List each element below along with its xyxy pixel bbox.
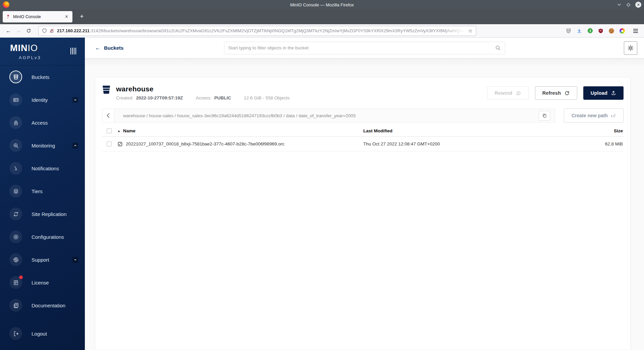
column-header-last-modified: Last Modified bbox=[363, 128, 565, 133]
gear-icon bbox=[627, 45, 634, 51]
upload-button[interactable]: Upload bbox=[583, 86, 624, 100]
sidebar-collapse-icon[interactable] bbox=[69, 46, 78, 56]
browser-menu-icon[interactable] bbox=[632, 28, 639, 34]
insecure-lock-icon[interactable] bbox=[49, 28, 54, 33]
window-minimize-button[interactable] bbox=[617, 2, 622, 7]
forward-nav-icon[interactable]: → bbox=[13, 26, 23, 36]
created-value: 2022-10-27T09:57:19Z bbox=[136, 95, 183, 100]
sidebar-item-configurations[interactable]: Configurations bbox=[0, 225, 85, 248]
documentation-book-icon bbox=[9, 299, 22, 312]
url-path: :31429/buckets/warehouse/browse/aG91c2Ut… bbox=[90, 28, 465, 33]
table-header-row: ▲ Name Last Modified Size bbox=[102, 125, 624, 137]
bucket-icon bbox=[102, 85, 111, 100]
search-icon bbox=[495, 45, 501, 51]
sidebar-item-identity[interactable]: Identity bbox=[0, 88, 85, 111]
breadcrumb: warehouse / house-sales / house_sales-3e… bbox=[114, 113, 539, 118]
window-maximize-button[interactable] bbox=[626, 3, 631, 7]
sort-ascending-icon: ▲ bbox=[117, 129, 120, 133]
layers-icon bbox=[9, 185, 22, 198]
new-path-icon bbox=[611, 113, 616, 118]
minio-favicon bbox=[5, 14, 10, 19]
breadcrumb-bar: warehouse / house-sales / house_sales-3e… bbox=[102, 108, 555, 123]
sidebar-item-site-replication[interactable]: Site Replication bbox=[0, 203, 85, 225]
browser-navbar: ← → 217.160.222.211:31429/buckets/wareho… bbox=[0, 24, 644, 38]
reload-icon[interactable] bbox=[23, 26, 34, 36]
replication-arrows-icon bbox=[9, 208, 22, 220]
refresh-icon bbox=[564, 90, 570, 96]
sidebar-item-notifications[interactable]: Notifications bbox=[0, 157, 85, 180]
cookie-extension-icon[interactable] bbox=[608, 28, 614, 34]
rewind-icon bbox=[516, 90, 521, 96]
bucket-usage: 12.6 GiB - 558 Objects bbox=[244, 95, 290, 100]
select-all-checkbox[interactable] bbox=[107, 128, 112, 133]
object-size: 62.8 MiB bbox=[565, 141, 624, 146]
rewind-button[interactable]: Rewind bbox=[487, 86, 529, 100]
tab-close-icon[interactable]: ✕ bbox=[63, 13, 70, 20]
column-header-name[interactable]: ▲ Name bbox=[117, 128, 363, 133]
object-file-icon bbox=[117, 141, 123, 147]
pocket-shield-extension-icon[interactable] bbox=[566, 28, 572, 34]
settings-gear-button[interactable] bbox=[624, 41, 637, 55]
bucket-metadata: Created: 2022-10-27T09:57:19Z Access: PU… bbox=[116, 95, 289, 100]
green-extension-icon[interactable] bbox=[587, 28, 593, 34]
identity-card-icon bbox=[9, 93, 22, 106]
window-close-button[interactable]: ✕ bbox=[635, 2, 641, 8]
firefox-titlebar: MinIO Console — Mozilla Firefox ✕ bbox=[0, 0, 644, 9]
ublock-shield-extension-icon[interactable] bbox=[598, 28, 604, 34]
lambda-icon bbox=[9, 162, 22, 175]
tab-strip: MinIO Console ✕ + bbox=[0, 9, 644, 24]
sidebar-item-license[interactable]: License bbox=[0, 271, 85, 294]
padlock-icon bbox=[9, 116, 22, 129]
license-tag: AGPLv3 bbox=[19, 55, 41, 60]
support-lifebuoy-icon bbox=[9, 253, 22, 266]
back-arrow-icon: ← bbox=[95, 45, 101, 51]
sidebar-item-buckets[interactable]: Buckets bbox=[0, 65, 85, 88]
copy-icon bbox=[542, 113, 547, 118]
path-back-button[interactable] bbox=[102, 109, 114, 122]
copy-path-button[interactable] bbox=[539, 111, 550, 121]
chevron-left-icon bbox=[106, 113, 110, 118]
table-row[interactable]: 20221027_100737_00018_b8xji-7581bae2-377… bbox=[102, 137, 624, 151]
bucket-browser-card: warehouse Created: 2022-10-27T09:57:19Z … bbox=[95, 77, 631, 350]
sidebar-item-logout[interactable]: Logout bbox=[0, 322, 85, 345]
url-bar[interactable]: 217.160.222.211:31429/buckets/warehouse/… bbox=[38, 26, 476, 36]
back-nav-icon[interactable]: ← bbox=[3, 26, 13, 36]
object-last-modified: Thu Oct 27 2022 12:08:47 GMT+0200 bbox=[363, 141, 565, 146]
sidebar-item-support[interactable]: Support bbox=[0, 248, 85, 271]
refresh-button[interactable]: Refresh bbox=[535, 86, 577, 100]
page-topbar: ← Buckets bbox=[85, 38, 644, 58]
access-label: Access: bbox=[196, 95, 211, 100]
object-filter-search[interactable] bbox=[224, 42, 505, 54]
tracking-shield-icon[interactable] bbox=[42, 28, 47, 33]
sidebar-item-access[interactable]: Access bbox=[0, 111, 85, 134]
access-value: PUBLIC bbox=[214, 95, 231, 100]
back-to-buckets-link[interactable]: ← Buckets bbox=[95, 45, 123, 51]
objects-table: ▲ Name Last Modified Size 20221027_10073… bbox=[102, 125, 624, 151]
license-alert-badge bbox=[19, 275, 23, 279]
created-label: Created: bbox=[116, 95, 133, 100]
row-checkbox[interactable] bbox=[107, 141, 112, 146]
chevron-up-icon[interactable] bbox=[72, 143, 78, 148]
url-host: 217.160.222.211 bbox=[57, 28, 90, 33]
chevron-up-icon[interactable] bbox=[72, 97, 78, 103]
object-name[interactable]: 20221027_100737_00018_b8xji-7581bae2-377… bbox=[126, 141, 284, 146]
new-tab-button[interactable]: + bbox=[78, 13, 86, 20]
back-label: Buckets bbox=[104, 45, 123, 51]
minio-sidebar: MINIO AGPLv3 Buckets Identity Access Mon… bbox=[0, 38, 85, 350]
create-new-path-button[interactable]: Create new path bbox=[564, 108, 624, 123]
bucket-name: warehouse bbox=[116, 85, 289, 93]
column-header-size: Size bbox=[565, 128, 624, 133]
sidebar-item-monitoring[interactable]: Monitoring bbox=[0, 134, 85, 157]
colorful-extension-icon[interactable] bbox=[619, 28, 625, 34]
license-document-icon bbox=[9, 276, 22, 289]
bookmark-star-icon[interactable]: ☆ bbox=[468, 28, 473, 34]
download-icon[interactable] bbox=[576, 28, 582, 34]
chevron-up-icon[interactable] bbox=[72, 257, 78, 263]
sidebar-item-tiers[interactable]: Tiers bbox=[0, 180, 85, 203]
search-input[interactable] bbox=[228, 45, 495, 50]
sidebar-item-documentation[interactable]: Documentation bbox=[0, 294, 85, 317]
firefox-logo-icon bbox=[3, 1, 9, 8]
monitoring-magnifier-icon bbox=[9, 139, 22, 152]
browser-tab[interactable]: MinIO Console ✕ bbox=[3, 11, 72, 23]
window-title: MinIO Console — Mozilla Firefox bbox=[0, 2, 644, 7]
